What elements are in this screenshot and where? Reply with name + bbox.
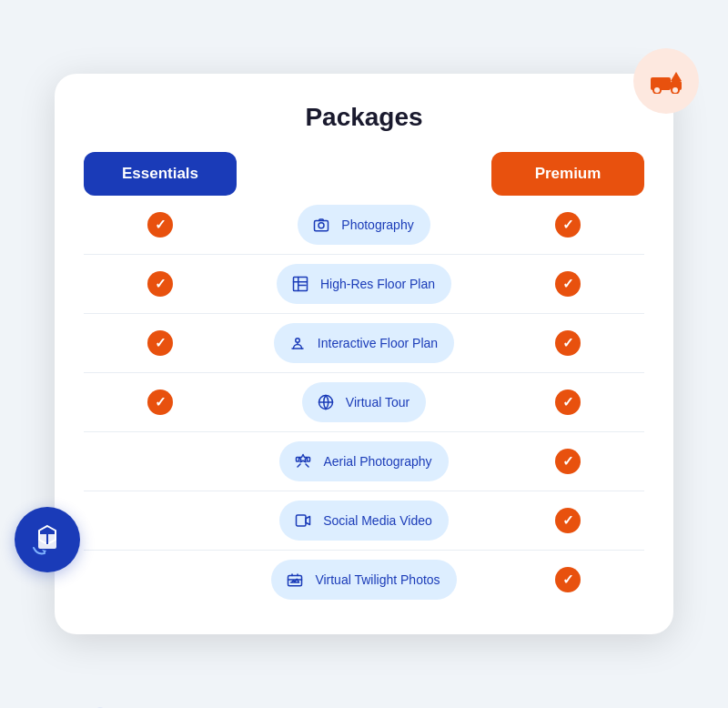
feature-pill-high-res-floor-plan: High-Res Floor Plan	[277, 264, 451, 304]
feature-pill-virtual-tour: Virtual Tour	[302, 382, 426, 422]
premium-check-virtual-tour: ✓	[491, 389, 644, 415]
high-res-floor-plan-icon	[288, 271, 313, 297]
svg-point-17	[672, 86, 679, 94]
feature-row-photography: ✓Photography✓	[84, 196, 644, 255]
premium-check-aerial-photography: ✓	[491, 449, 644, 474]
premium-checkmark-aerial-photography: ✓	[555, 449, 581, 474]
page-title: Packages	[84, 103, 644, 132]
premium-checkmark-virtual-twilight-photos: ✓	[555, 567, 581, 592]
feature-row-aerial-photography: Aerial Photography✓	[84, 432, 644, 491]
social-media-video-label: Social Media Video	[323, 513, 432, 528]
social-media-video-icon	[290, 508, 316, 533]
virtual-tour-label: Virtual Tour	[346, 395, 410, 410]
interactive-floor-plan-icon	[285, 330, 310, 356]
svg-rect-24	[293, 278, 307, 291]
essentials-checkmark-high-res-floor-plan: ✓	[147, 271, 173, 297]
feature-rows: ✓Photography✓✓High-Res Floor Plan✓✓Inter…	[84, 196, 644, 609]
essentials-check-virtual-tour: ✓	[84, 389, 237, 415]
svg-point-16	[653, 86, 661, 94]
svg-rect-29	[297, 515, 307, 526]
virtual-twilight-photos-label: Virtual Twilight Photos	[315, 572, 440, 587]
feature-pill-cell-photography: Photography	[237, 205, 491, 245]
essentials-checkmark-interactive-floor-plan: ✓	[147, 330, 173, 356]
premium-check-social-media-video: ✓	[491, 508, 644, 533]
premium-checkmark-photography: ✓	[555, 212, 581, 238]
photography-icon	[308, 212, 334, 238]
svg-rect-28	[308, 458, 310, 462]
feature-row-virtual-tour: ✓Virtual Tour✓	[84, 373, 644, 432]
feature-pill-cell-social-media-video: Social Media Video	[237, 501, 491, 541]
feature-pill-photography: Photography	[298, 205, 430, 245]
essentials-check-high-res-floor-plan: ✓	[84, 271, 237, 297]
packages-card-wrapper: Packages Essentials Premium ✓Photography…	[55, 74, 673, 634]
packages-card: Packages Essentials Premium ✓Photography…	[55, 74, 673, 634]
feature-pill-aerial-photography: Aerial Photography	[279, 441, 448, 481]
interactive-floor-plan-label: Interactive Floor Plan	[318, 336, 438, 350]
svg-marker-15	[671, 72, 682, 81]
middle-header	[237, 152, 491, 196]
feature-pill-cell-virtual-tour: Virtual Tour	[237, 382, 491, 422]
feature-pill-cell-virtual-twilight-photos: Virtual Twilight Photos	[237, 560, 491, 600]
blue-badge	[15, 507, 80, 572]
feature-row-interactive-floor-plan: ✓Interactive Floor Plan✓	[84, 314, 644, 373]
feature-pill-cell-high-res-floor-plan: High-Res Floor Plan	[237, 264, 491, 304]
premium-header: Premium	[491, 152, 644, 196]
high-res-floor-plan-label: High-Res Floor Plan	[320, 277, 435, 291]
essentials-check-photography: ✓	[84, 212, 237, 238]
svg-rect-27	[297, 458, 299, 462]
essentials-checkmark-photography: ✓	[147, 212, 173, 238]
premium-check-high-res-floor-plan: ✓	[491, 271, 644, 297]
virtual-tour-icon	[313, 389, 339, 415]
feature-pill-cell-aerial-photography: Aerial Photography	[237, 441, 491, 481]
essentials-checkmark-virtual-tour: ✓	[147, 389, 173, 415]
premium-check-virtual-twilight-photos: ✓	[491, 567, 644, 592]
premium-checkmark-social-media-video: ✓	[555, 508, 581, 533]
premium-check-interactive-floor-plan: ✓	[491, 330, 644, 356]
essentials-header: Essentials	[84, 152, 237, 196]
feature-pill-cell-interactive-floor-plan: Interactive Floor Plan	[237, 323, 491, 363]
photography-label: Photography	[341, 217, 413, 232]
column-headers: Essentials Premium	[84, 152, 644, 196]
premium-checkmark-interactive-floor-plan: ✓	[555, 330, 581, 356]
feature-pill-interactive-floor-plan: Interactive Floor Plan	[274, 323, 454, 363]
aerial-photography-label: Aerial Photography	[323, 454, 431, 469]
premium-checkmark-high-res-floor-plan: ✓	[555, 271, 581, 297]
premium-check-photography: ✓	[491, 212, 644, 238]
feature-row-social-media-video: Social Media Video✓	[84, 491, 644, 551]
virtual-twilight-photos-icon	[282, 567, 308, 592]
orange-badge	[633, 48, 699, 114]
svg-point-23	[318, 223, 324, 228]
feature-row-virtual-twilight-photos: Virtual Twilight Photos✓	[84, 551, 644, 609]
essentials-check-interactive-floor-plan: ✓	[84, 330, 237, 356]
feature-row-high-res-floor-plan: ✓High-Res Floor Plan✓	[84, 255, 644, 314]
aerial-photography-icon	[290, 449, 316, 474]
premium-checkmark-virtual-tour: ✓	[555, 389, 581, 415]
feature-pill-social-media-video: Social Media Video	[279, 501, 449, 541]
feature-pill-virtual-twilight-photos: Virtual Twilight Photos	[271, 560, 456, 600]
